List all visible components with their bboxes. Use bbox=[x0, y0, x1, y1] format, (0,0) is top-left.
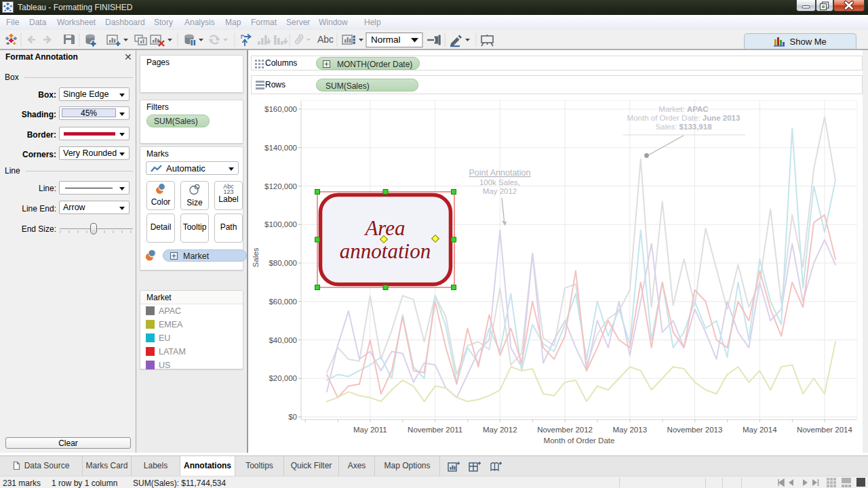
svg-text:annotation: annotation bbox=[340, 239, 431, 263]
svg-text:May 2013: May 2013 bbox=[613, 426, 648, 434]
svg-text:May 2011: May 2011 bbox=[353, 426, 387, 434]
svg-text:May 2014: May 2014 bbox=[743, 426, 777, 434]
svg-text:$120,000: $120,000 bbox=[264, 182, 297, 190]
svg-text:Abc: Abc bbox=[317, 34, 334, 45]
svg-text:Sales: Sales bbox=[252, 247, 260, 267]
svg-text:100k Sales,: 100k Sales, bbox=[479, 178, 520, 186]
svg-text:November 2014: November 2014 bbox=[797, 426, 852, 434]
svg-text:$100,000: $100,000 bbox=[264, 220, 297, 228]
svg-text:May 2012: May 2012 bbox=[483, 187, 517, 195]
svg-text:May 2012: May 2012 bbox=[483, 426, 517, 434]
svg-text:November 2012: November 2012 bbox=[537, 426, 593, 434]
svg-text:Month of Order Date: June 2013: Month of Order Date: June 2013 bbox=[627, 114, 741, 122]
svg-text:$80,000: $80,000 bbox=[269, 259, 297, 267]
svg-text:Sales: $133,918: Sales: $133,918 bbox=[655, 123, 712, 131]
svg-text:November 2011: November 2011 bbox=[408, 426, 462, 434]
svg-text:$40,000: $40,000 bbox=[269, 336, 297, 344]
svg-text:Point Annotation: Point Annotation bbox=[469, 168, 530, 178]
svg-text:Month of Order Date: Month of Order Date bbox=[544, 436, 615, 445]
svg-text:Market: APAC: Market: APAC bbox=[658, 105, 708, 113]
svg-text:November 2013: November 2013 bbox=[667, 426, 723, 434]
svg-text:$20,000: $20,000 bbox=[269, 374, 297, 382]
svg-text:$60,000: $60,000 bbox=[269, 298, 297, 306]
svg-text:$0: $0 bbox=[288, 413, 297, 421]
svg-text:$160,000: $160,000 bbox=[264, 105, 297, 113]
svg-text:$140,000: $140,000 bbox=[264, 144, 297, 152]
svg-text:Normal: Normal bbox=[371, 35, 401, 45]
